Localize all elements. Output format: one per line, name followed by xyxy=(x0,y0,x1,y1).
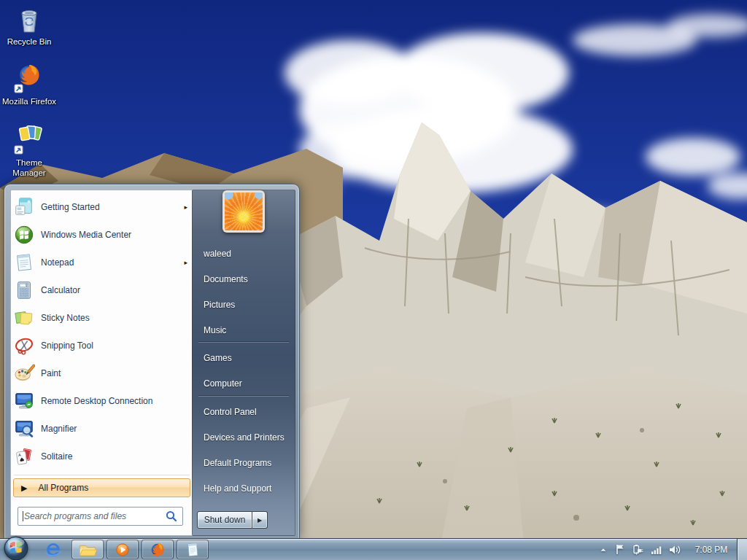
all-programs-arrow-icon: ▶ xyxy=(21,483,27,493)
volume-icon[interactable] xyxy=(668,544,681,556)
menu-item-magnifier[interactable]: Magnifier xyxy=(11,415,193,443)
taskbar: 7:08 PM xyxy=(0,538,747,560)
svg-text:0: 0 xyxy=(26,284,28,287)
desktop-icon-label: Recycle Bin xyxy=(1,36,57,47)
shutdown-button-group: Shut down ▶ xyxy=(197,511,268,529)
desktop: Recycle Bin Mozilla Firefox Theme Manage… xyxy=(0,0,747,560)
speaker-icon xyxy=(668,544,681,556)
battery-plug-icon xyxy=(632,543,644,556)
taskbar-notepad-button[interactable] xyxy=(177,540,209,559)
menu-separator xyxy=(198,341,289,342)
menu-item-getting-started[interactable]: Getting Started ▸ xyxy=(11,193,193,221)
shutdown-arrow-icon: ▶ xyxy=(258,517,262,524)
desktop-icon-mozilla-firefox[interactable]: Mozilla Firefox xyxy=(1,63,57,106)
menu-item-label: Snipping Tool xyxy=(41,341,93,351)
shutdown-button[interactable]: Shut down xyxy=(197,511,252,529)
avatar-flower-image xyxy=(225,192,263,230)
menu-item-computer[interactable]: Computer xyxy=(193,376,295,392)
chevron-up-icon xyxy=(598,545,608,555)
desktop-icon-label: Mozilla Firefox xyxy=(1,96,57,106)
all-programs-button[interactable]: ▶ All Programs xyxy=(13,478,190,497)
notepad-icon xyxy=(13,252,35,273)
desktop-icon-label: Theme Manager xyxy=(1,158,57,179)
user-avatar[interactable] xyxy=(222,190,265,233)
menu-item-snipping-tool[interactable]: Snipping Tool xyxy=(11,332,193,359)
taskbar-explorer-button[interactable] xyxy=(71,540,104,559)
submenu-arrow-icon: ▸ xyxy=(184,259,187,266)
start-menu-left-panel: Getting Started ▸ xyxy=(10,190,193,536)
desktop-icon-theme-manager[interactable]: Theme Manager xyxy=(1,124,57,179)
menu-item-paint[interactable]: Paint xyxy=(11,359,193,387)
text-caret xyxy=(23,511,23,521)
action-center-flag-icon[interactable] xyxy=(614,543,626,556)
menu-item-sticky-notes[interactable]: Sticky Notes xyxy=(11,304,193,332)
network-signal-icon[interactable] xyxy=(650,544,662,556)
theme-manager-icon xyxy=(14,124,44,156)
search-box[interactable] xyxy=(18,507,183,526)
windows-orb-icon xyxy=(3,535,29,560)
menu-item-help-and-support[interactable]: Help and Support xyxy=(193,481,295,497)
taskbar-media-player-button[interactable] xyxy=(107,540,139,559)
menu-item-remote-desktop-connection[interactable]: Remote Desktop Connection xyxy=(11,387,193,415)
recycle-bin-icon xyxy=(15,6,44,35)
menu-item-label: Notepad xyxy=(41,257,74,268)
internet-explorer-icon xyxy=(44,540,63,559)
windows-media-center-icon xyxy=(13,224,35,246)
flag-icon xyxy=(614,543,626,556)
getting-started-icon xyxy=(13,196,35,218)
start-button[interactable] xyxy=(3,537,29,560)
remote-desktop-icon xyxy=(13,390,35,412)
start-menu: Getting Started ▸ xyxy=(4,184,300,540)
firefox-icon xyxy=(149,541,166,559)
shutdown-options-arrow-button[interactable]: ▶ xyxy=(252,511,268,529)
snipping-tool-icon xyxy=(13,335,35,357)
paint-icon xyxy=(13,362,35,384)
show-desktop-button[interactable] xyxy=(737,539,747,560)
menu-item-label: Magnifier xyxy=(41,424,77,434)
desktop-icon-recycle-bin[interactable]: Recycle Bin xyxy=(1,6,57,47)
hidden-icons-button[interactable] xyxy=(598,545,608,555)
search-icon xyxy=(164,510,179,523)
menu-item-label: Sticky Notes xyxy=(41,313,90,323)
magnifier-app-icon xyxy=(13,418,35,440)
calculator-icon: 0 xyxy=(13,279,35,301)
menu-item-control-panel[interactable]: Control Panel xyxy=(193,404,295,420)
menu-item-label: Remote Desktop Connection xyxy=(41,396,152,406)
all-programs-label: All Programs xyxy=(38,483,88,493)
menu-item-label: Getting Started xyxy=(41,202,100,212)
menu-item-pictures[interactable]: Pictures xyxy=(193,297,295,313)
menu-item-label: Solitaire xyxy=(41,451,72,462)
taskbar-clock[interactable]: 7:08 PM xyxy=(690,545,732,555)
explorer-folder-icon xyxy=(78,541,97,559)
taskbar-firefox-button[interactable] xyxy=(142,540,174,559)
user-name[interactable]: waleed xyxy=(193,246,295,262)
menu-separator xyxy=(198,395,289,396)
menu-item-documents[interactable]: Documents xyxy=(193,271,295,287)
menu-item-default-programs[interactable]: Default Programs xyxy=(193,455,295,471)
solitaire-icon: A xyxy=(13,446,35,467)
submenu-arrow-icon: ▸ xyxy=(184,203,187,211)
power-plug-icon[interactable] xyxy=(632,543,644,556)
menu-item-calculator[interactable]: 0 Calculator xyxy=(11,276,193,304)
sticky-notes-icon xyxy=(13,307,35,329)
menu-item-label: Windows Media Center xyxy=(41,230,131,240)
signal-bars-icon xyxy=(650,544,662,556)
menu-item-music[interactable]: Music xyxy=(193,322,295,338)
menu-item-solitaire[interactable]: A Solitaire xyxy=(11,443,193,470)
menu-item-windows-media-center[interactable]: Windows Media Center xyxy=(11,221,193,249)
firefox-icon xyxy=(14,63,44,95)
menu-item-label: Paint xyxy=(41,368,61,378)
media-player-icon xyxy=(114,541,131,559)
search-input[interactable] xyxy=(18,511,164,521)
menu-item-games[interactable]: Games xyxy=(193,350,295,366)
menu-item-devices-and-printers[interactable]: Devices and Printers xyxy=(193,429,295,446)
menu-separator xyxy=(14,475,190,475)
taskbar-internet-explorer-button[interactable] xyxy=(41,540,66,559)
menu-item-notepad[interactable]: Notepad ▸ xyxy=(11,249,193,276)
start-menu-right-panel: waleed Documents Pictures Music Games Co… xyxy=(192,190,295,536)
menu-item-label: Calculator xyxy=(41,285,80,295)
notepad-icon xyxy=(185,541,201,559)
